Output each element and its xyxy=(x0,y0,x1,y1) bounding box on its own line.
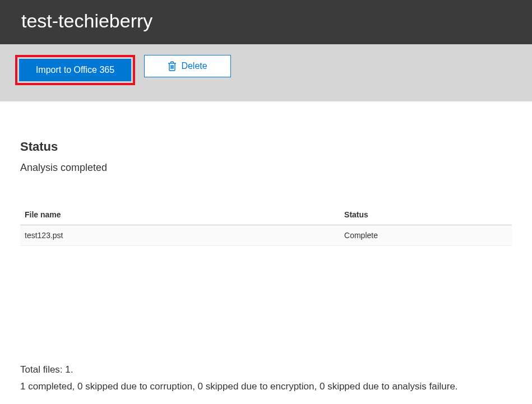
highlight-ring: Import to Office 365 xyxy=(15,55,135,85)
summary: Total files: 1. 1 completed, 0 skipped d… xyxy=(20,361,512,396)
delete-button[interactable]: Delete xyxy=(144,55,231,77)
page-header: test-techieberry xyxy=(0,0,532,44)
trash-icon xyxy=(168,61,177,71)
status-heading: Status xyxy=(20,140,512,154)
cell-status: Complete xyxy=(340,225,512,246)
col-header-status[interactable]: Status xyxy=(340,205,512,225)
toolbar: Import to Office 365 Delete xyxy=(0,44,532,101)
import-button[interactable]: Import to Office 365 xyxy=(19,59,131,81)
status-message: Analysis completed xyxy=(20,162,512,174)
col-header-filename[interactable]: File name xyxy=(20,205,340,225)
import-button-label: Import to Office 365 xyxy=(36,65,114,75)
content-area: Status Analysis completed File name Stat… xyxy=(0,101,532,246)
summary-detail: 1 completed, 0 skipped due to corruption… xyxy=(20,378,512,396)
delete-button-label: Delete xyxy=(181,61,207,71)
table-header-row: File name Status xyxy=(20,205,512,225)
table-row[interactable]: test123.pst Complete xyxy=(20,225,512,246)
summary-total: Total files: 1. xyxy=(20,361,512,379)
cell-filename: test123.pst xyxy=(20,225,340,246)
files-table: File name Status test123.pst Complete xyxy=(20,205,512,246)
page-title: test-techieberry xyxy=(21,10,511,32)
